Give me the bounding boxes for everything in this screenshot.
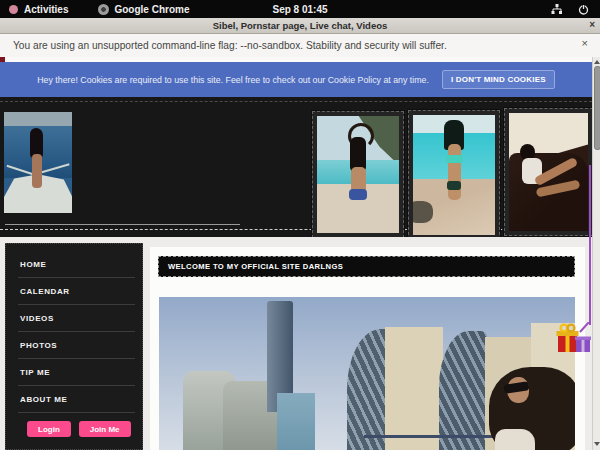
recording-indicator-icon xyxy=(9,5,18,14)
sidebar: HOME CALENDAR VIDEOS PHOTOS TIP ME ABOUT… xyxy=(5,243,143,450)
scrollbar-thumb[interactable] xyxy=(594,66,600,150)
sidebar-item-label: ABOUT ME xyxy=(20,395,67,404)
welcome-banner: WELCOME TO MY OFFICIAL SITE DARLNGS xyxy=(158,256,575,277)
header-boat-photo[interactable] xyxy=(4,112,72,213)
photo-layer xyxy=(4,112,72,126)
app-menu-button[interactable]: Google Chrome xyxy=(114,4,189,15)
sidebar-item-label: PHOTOS xyxy=(20,341,57,350)
photo-layer xyxy=(448,144,461,200)
header-divider-line xyxy=(5,224,240,225)
woman-graphic xyxy=(495,429,535,450)
scrollbar-up-icon[interactable] xyxy=(594,60,600,64)
photo-layer xyxy=(349,189,367,200)
window-title: Sibel, Pornstar page, Live chat, Videos xyxy=(213,20,388,31)
system-top-bar: Activities Google Chrome Sep 8 01:45 xyxy=(0,0,600,18)
sidebar-item-calendar[interactable]: CALENDAR xyxy=(6,278,142,305)
sidebar-item-label: HOME xyxy=(20,260,46,269)
activities-button[interactable]: Activities xyxy=(24,4,68,15)
network-icon[interactable] xyxy=(551,4,563,15)
page-scrollbar[interactable] xyxy=(592,57,600,450)
sidebar-item-label: VIDEOS xyxy=(20,314,54,323)
desktop-screen: Activities Google Chrome Sep 8 01:45 Sib… xyxy=(0,0,600,450)
gallery-thumbnail-couch[interactable] xyxy=(504,108,593,236)
clock[interactable]: Sep 8 01:45 xyxy=(272,4,327,15)
sidebar-item-label: CALENDAR xyxy=(20,287,70,296)
gift-string xyxy=(589,165,591,325)
sidebar-item-videos[interactable]: VIDEOS xyxy=(6,305,142,332)
power-icon[interactable] xyxy=(578,4,589,15)
sidebar-auth-buttons: Login Join Me xyxy=(27,421,131,437)
system-tray xyxy=(551,4,600,15)
window-close-button[interactable]: × xyxy=(589,19,595,30)
cookie-banner: Hey there! Cookies are required to use t… xyxy=(0,62,592,97)
window-titlebar[interactable]: Sibel, Pornstar page, Live chat, Videos … xyxy=(0,18,600,34)
sidebar-item-about-me[interactable]: ABOUT ME xyxy=(6,386,142,413)
chrome-icon xyxy=(98,4,109,15)
building-graphic xyxy=(277,393,315,450)
main-skyline-photo xyxy=(159,297,575,450)
gift-icon[interactable] xyxy=(556,322,593,358)
sidebar-nav: HOME CALENDAR VIDEOS PHOTOS TIP ME ABOUT… xyxy=(6,251,142,413)
gallery-thumbnail-teal-bikini[interactable] xyxy=(408,110,500,240)
header-dashed-border-top xyxy=(0,101,592,102)
photo-layer xyxy=(447,181,461,190)
login-button[interactable]: Login xyxy=(27,421,71,437)
photo-layer xyxy=(446,155,463,163)
scrollbar-down-icon[interactable] xyxy=(594,442,600,446)
gallery-thumbnail-beach-heart-pose[interactable] xyxy=(312,111,404,238)
sidebar-item-home[interactable]: HOME xyxy=(6,251,142,278)
photo-layer xyxy=(32,154,42,188)
cookie-message: Hey there! Cookies are required to use t… xyxy=(37,75,429,85)
sidebar-item-tip-me[interactable]: TIP ME xyxy=(6,359,142,386)
chrome-infobar: You are using an unsupported command-lin… xyxy=(0,34,600,57)
building-graphic xyxy=(385,327,443,450)
welcome-heading: WELCOME TO MY OFFICIAL SITE DARLNGS xyxy=(168,262,343,271)
photo-layer xyxy=(413,201,433,223)
building-graphic xyxy=(439,331,487,450)
cookie-accept-button[interactable]: I DON'T MIND COOKIES xyxy=(442,70,555,89)
infobar-message: You are using an unsupported command-lin… xyxy=(13,40,447,51)
join-button[interactable]: Join Me xyxy=(79,421,131,437)
infobar-close-icon[interactable]: × xyxy=(582,37,588,49)
sidebar-item-label: TIP ME xyxy=(20,368,50,377)
sidebar-item-photos[interactable]: PHOTOS xyxy=(6,332,142,359)
